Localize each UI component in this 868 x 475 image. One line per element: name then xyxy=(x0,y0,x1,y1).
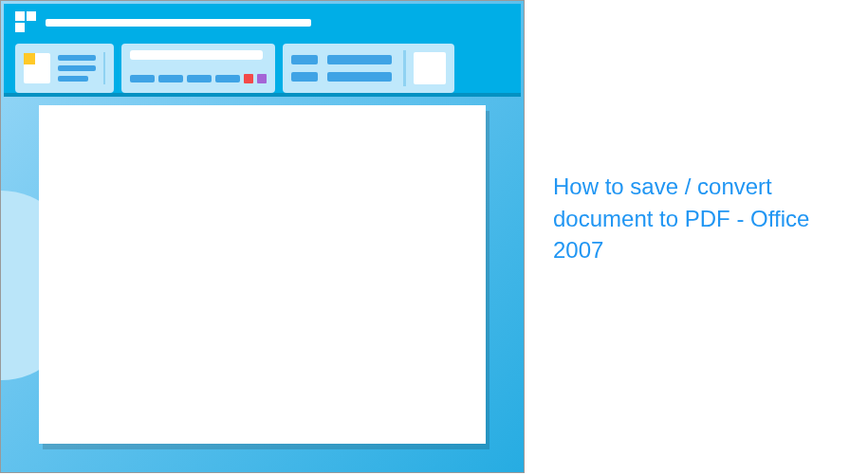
office-window-illustration xyxy=(0,0,525,473)
new-document-icon xyxy=(24,53,50,83)
paragraph-dialog-icon xyxy=(414,52,446,84)
titlebar xyxy=(4,4,521,44)
article-text-column: How to save / convert document to PDF - … xyxy=(525,0,868,475)
article-title: How to save / convert document to PDF - … xyxy=(553,171,840,266)
window-title-placeholder xyxy=(46,19,311,27)
ribbon-group-clipboard[interactable] xyxy=(15,44,114,93)
font-color-red-icon xyxy=(244,74,253,83)
ribbon xyxy=(4,44,521,102)
office-start-button-icon[interactable] xyxy=(15,11,38,34)
app-ribbon-frame xyxy=(4,4,521,97)
font-color-purple-icon xyxy=(257,74,267,83)
document-canvas xyxy=(39,105,486,444)
ribbon-group-font[interactable] xyxy=(121,44,275,93)
ribbon-group-paragraph[interactable] xyxy=(283,44,454,93)
font-selector xyxy=(130,50,263,60)
